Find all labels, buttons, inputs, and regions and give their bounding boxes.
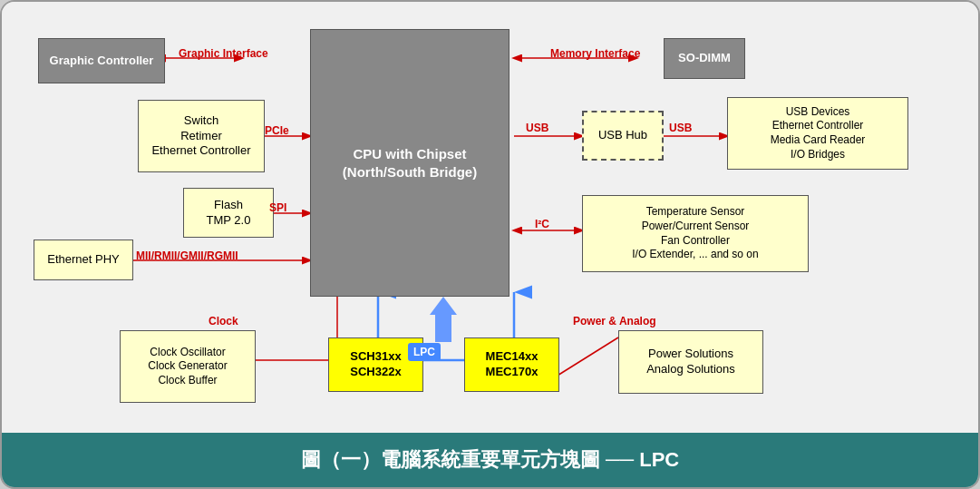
temp-sensor-label: Temperature Sensor Power/Current Sensor … xyxy=(632,205,758,261)
footer-text: 圖（一）電腦系統重要單元方塊圖 ── LPC xyxy=(301,446,679,474)
flash-tmp-label: Flash TMP 2.0 xyxy=(207,198,251,229)
cpu-label: CPU with Chipset (North/South Bridge) xyxy=(343,145,477,181)
ethernet-phy-label: Ethernet PHY xyxy=(47,252,120,268)
temp-sensor-box: Temperature Sensor Power/Current Sensor … xyxy=(582,195,809,272)
power-analog-label: Power & Analog xyxy=(573,315,656,328)
graphic-controller-label: Graphic Controller xyxy=(50,54,154,69)
sch31xx-label: SCH31xx SCH322x xyxy=(350,349,401,380)
pcie-label: PCIe xyxy=(265,124,289,137)
lpc-up-arrow xyxy=(430,297,457,342)
so-dimm-box: SO-DIMM xyxy=(664,38,745,79)
clock-osc-label: Clock Oscillator Clock Generator Clock B… xyxy=(148,346,227,388)
usb-right-label: USB xyxy=(669,122,692,134)
usb-hub-box: USB Hub xyxy=(582,111,664,161)
spi-label: SPI xyxy=(269,201,286,214)
usb-hub-label: USB Hub xyxy=(598,128,647,143)
ethernet-phy-box: Ethernet PHY xyxy=(34,240,133,280)
graphic-controller-box: Graphic Controller xyxy=(38,38,165,83)
clock-label: Clock xyxy=(209,315,238,328)
switch-retimer-label: Switch Retimer Ethernet Controller xyxy=(151,113,250,160)
lpc-box-label: LPC xyxy=(408,343,441,361)
power-solutions-label: Power Solutions Analog Solutions xyxy=(646,347,735,377)
cpu-box: CPU with Chipset (North/South Bridge) xyxy=(310,29,509,297)
memory-interface-label: Memory Interface xyxy=(550,47,640,60)
usb-devices-box: USB Devices Ethernet Controller Media Ca… xyxy=(727,97,908,170)
so-dimm-label: SO-DIMM xyxy=(678,51,731,66)
footer: 圖（一）電腦系統重要單元方塊圖 ── LPC xyxy=(2,433,978,487)
diagram-area: Graphic Controller CPU with Chipset (Nor… xyxy=(2,2,978,433)
mec14xx-box: MEC14xx MEC170x xyxy=(464,337,559,392)
mii-label: MII/RMII/GMII/RGMII xyxy=(136,249,238,262)
graphic-interface-label: Graphic Interface xyxy=(179,47,268,60)
usb-devices-label: USB Devices Ethernet Controller Media Ca… xyxy=(771,105,866,161)
usb-left-label: USB xyxy=(526,122,548,134)
i2c-label: I²C xyxy=(535,218,549,230)
flash-tmp-box: Flash TMP 2.0 xyxy=(183,188,274,238)
mec14xx-label: MEC14xx MEC170x xyxy=(486,349,539,380)
clock-osc-box: Clock Oscillator Clock Generator Clock B… xyxy=(120,330,256,403)
switch-retimer-box: Switch Retimer Ethernet Controller xyxy=(138,100,265,172)
power-solutions-box: Power Solutions Analog Solutions xyxy=(618,330,763,394)
main-container: Graphic Controller CPU with Chipset (Nor… xyxy=(0,0,980,489)
